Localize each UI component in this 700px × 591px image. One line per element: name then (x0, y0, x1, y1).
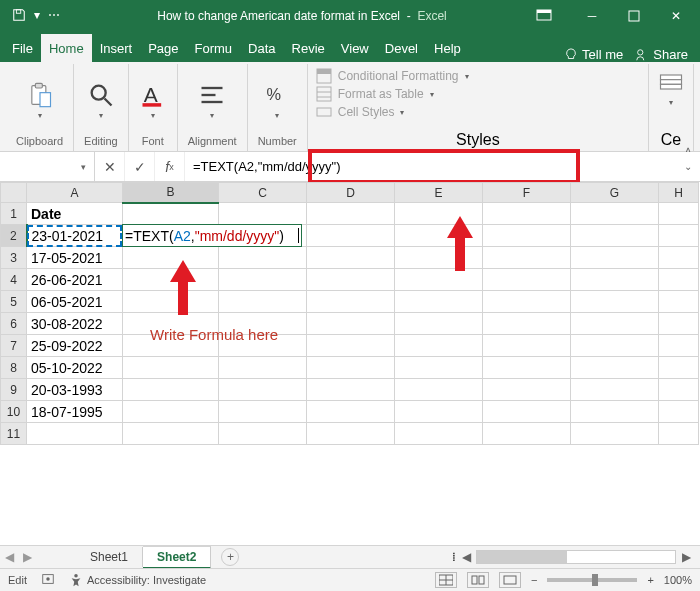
row-header[interactable]: 9 (1, 379, 27, 401)
svg-rect-22 (661, 75, 682, 80)
view-normal-icon[interactable] (435, 572, 457, 588)
svg-text:A: A (143, 83, 157, 106)
alignment-button[interactable]: ▾ (198, 81, 226, 120)
col-header-E[interactable]: E (395, 183, 483, 203)
select-all-corner[interactable] (1, 183, 27, 203)
cell[interactable]: 23-01-2021 (27, 225, 123, 247)
cell-styles[interactable]: Cell Styles ▾ (316, 104, 640, 120)
group-styles: Conditional Formatting ▾ Format as Table… (308, 64, 649, 151)
svg-rect-18 (317, 87, 331, 101)
cell[interactable]: 20-03-1993 (27, 379, 123, 401)
save-icon[interactable]: ▾ (34, 8, 40, 25)
row-header[interactable]: 3 (1, 247, 27, 269)
tab-page[interactable]: Page (140, 34, 186, 62)
zoom-in-button[interactable]: + (647, 574, 653, 586)
group-editing: ▾ Editing (74, 64, 129, 151)
svg-rect-21 (317, 108, 331, 116)
find-button[interactable]: ▾ (87, 81, 115, 120)
svg-point-29 (74, 574, 78, 578)
tab-insert[interactable]: Insert (92, 34, 141, 62)
macro-record-icon[interactable] (41, 572, 55, 588)
cells-button[interactable]: ▾ (657, 68, 685, 107)
group-font: A ▾ Font (129, 64, 178, 151)
col-header-H[interactable]: H (659, 183, 699, 203)
svg-rect-2 (537, 10, 551, 13)
svg-rect-35 (504, 576, 516, 584)
ribbon: ▾ Clipboard ▾ Editing A ▾ Font ▾ (0, 62, 700, 152)
row-header[interactable]: 10 (1, 401, 27, 423)
insert-function-icon[interactable]: fx (155, 152, 185, 181)
col-header-G[interactable]: G (571, 183, 659, 203)
paste-button[interactable]: ▾ (26, 81, 54, 120)
formula-input[interactable]: =TEXT(A2,"mm/dd/yyyy") (185, 159, 676, 174)
cell[interactable]: 06-05-2021 (27, 291, 123, 313)
group-alignment: ▾ Alignment (178, 64, 248, 151)
row-header[interactable]: 8 (1, 357, 27, 379)
add-sheet-button[interactable]: + (221, 548, 239, 566)
row-header[interactable]: 7 (1, 335, 27, 357)
col-header-A[interactable]: A (27, 183, 123, 203)
col-header-D[interactable]: D (307, 183, 395, 203)
ribbon-display-icon[interactable] (536, 9, 552, 24)
ribbon-tabs: File Home Insert Page Formu Data Revie V… (0, 32, 700, 62)
sheet-nav-prev[interactable]: ◀ (0, 550, 18, 564)
zoom-level[interactable]: 100% (664, 574, 692, 586)
accessibility-status[interactable]: Accessibility: Investigate (69, 573, 206, 587)
view-page-layout-icon[interactable] (467, 572, 489, 588)
cell[interactable]: 17-05-2021 (27, 247, 123, 269)
cell[interactable]: 26-06-2021 (27, 269, 123, 291)
format-as-table[interactable]: Format as Table ▾ (316, 86, 640, 102)
sheet-nav-next[interactable]: ▶ (18, 550, 36, 564)
tab-view[interactable]: View (333, 34, 377, 62)
share-button[interactable]: Share (635, 47, 688, 62)
autosave-icon[interactable] (12, 8, 26, 25)
tab-data[interactable]: Data (240, 34, 283, 62)
svg-rect-23 (661, 80, 682, 85)
number-button[interactable]: % ▾ (263, 81, 291, 120)
tab-home[interactable]: Home (41, 34, 92, 62)
col-header-F[interactable]: F (483, 183, 571, 203)
sheet-tab[interactable]: Sheet2 (143, 546, 211, 569)
tab-file[interactable]: File (4, 34, 41, 62)
row-header[interactable]: 5 (1, 291, 27, 313)
row-header[interactable]: 11 (1, 423, 27, 445)
conditional-formatting[interactable]: Conditional Formatting ▾ (316, 68, 640, 84)
enter-formula-icon[interactable]: ✓ (125, 152, 155, 181)
cell[interactable]: 18-07-1995 (27, 401, 123, 423)
svg-rect-34 (479, 576, 484, 584)
svg-rect-24 (661, 84, 682, 89)
close-button[interactable]: ✕ (656, 2, 696, 30)
row-header[interactable]: 4 (1, 269, 27, 291)
cancel-formula-icon[interactable]: ✕ (95, 152, 125, 181)
name-box[interactable]: ▾ (0, 152, 95, 181)
view-page-break-icon[interactable] (499, 572, 521, 588)
tab-help[interactable]: Help (426, 34, 469, 62)
quick-access-more-icon[interactable]: ⋯ (48, 8, 60, 25)
sheet-tabs: ◀ ▶ Sheet1 Sheet2 + ⁞ ◀ ▶ (0, 545, 700, 568)
col-header-B[interactable]: B (123, 183, 219, 203)
maximize-button[interactable] (614, 2, 654, 30)
font-button[interactable]: A ▾ (139, 81, 167, 120)
cell[interactable]: 05-10-2022 (27, 357, 123, 379)
cell-editor[interactable]: =TEXT(A2,"mm/dd/yyyy") (122, 224, 302, 247)
cell[interactable]: 25-09-2022 (27, 335, 123, 357)
row-header[interactable]: 2 (1, 225, 27, 247)
horizontal-scrollbar[interactable]: ⁞ ◀ ▶ (452, 550, 700, 564)
row-header[interactable]: 1 (1, 203, 27, 225)
expand-formula-bar-icon[interactable]: ⌄ (676, 161, 700, 172)
zoom-out-button[interactable]: − (531, 574, 537, 586)
tab-formulas[interactable]: Formu (187, 34, 241, 62)
sheet-tab[interactable]: Sheet1 (76, 547, 143, 567)
window-title: How to change American date format in Ex… (68, 9, 536, 23)
minimize-button[interactable]: ─ (572, 2, 612, 30)
cell[interactable]: Date (27, 203, 123, 225)
tell-me[interactable]: Tell me (564, 47, 623, 62)
zoom-slider[interactable] (547, 578, 637, 582)
tab-review[interactable]: Revie (284, 34, 333, 62)
worksheet-grid[interactable]: A B C D E F G H 1Date 223-01-2021 317-05… (0, 182, 700, 492)
cell[interactable]: 30-08-2022 (27, 313, 123, 335)
tab-developer[interactable]: Devel (377, 34, 426, 62)
col-header-C[interactable]: C (219, 183, 307, 203)
row-header[interactable]: 6 (1, 313, 27, 335)
svg-rect-6 (35, 83, 42, 88)
